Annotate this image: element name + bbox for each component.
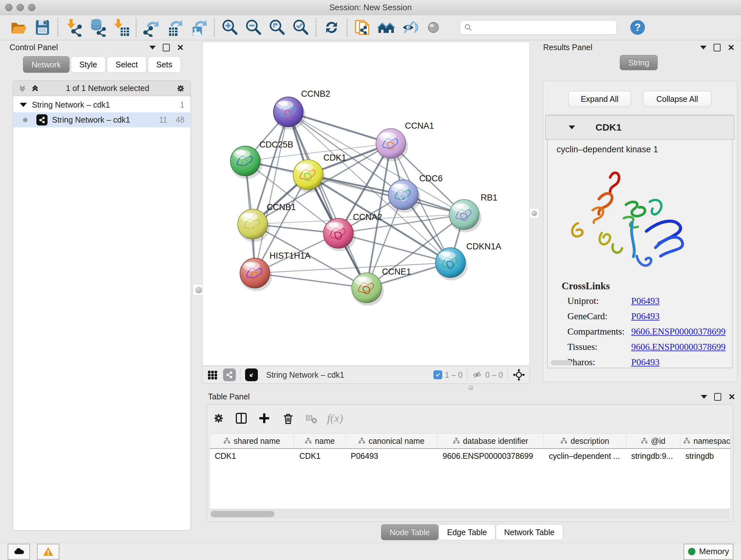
node-label-cdk1: CDK1 xyxy=(323,153,346,163)
column-header-name[interactable]: name xyxy=(294,434,346,448)
show-selected-button[interactable] xyxy=(421,17,445,38)
collapse-all-icon[interactable] xyxy=(17,84,27,93)
crosslink-link[interactable]: P06493 xyxy=(631,357,660,368)
show-columns-icon[interactable] xyxy=(234,411,249,426)
tab-edge-table[interactable]: Edge Table xyxy=(439,524,495,540)
table-settings-gear-icon[interactable] xyxy=(212,411,226,425)
close-panel-icon[interactable]: ✕ xyxy=(177,44,184,51)
expand-all-button[interactable]: Expand All xyxy=(568,91,631,107)
column-header-database-identifier[interactable]: database identifier xyxy=(437,434,544,448)
string-network-graph[interactable]: CCNB2CCNA1CDC25BCDK1CDC6RB1CCNB1CCNA2CDK… xyxy=(203,42,529,366)
network-node-ccnb1[interactable]: CCNB1 xyxy=(238,202,296,242)
network-node-ccna1[interactable]: CCNA1 xyxy=(376,121,434,161)
column-header-canonical-name[interactable]: canonical name xyxy=(346,434,437,448)
cloud-status-button[interactable] xyxy=(8,544,30,560)
network-node-cdkn1a[interactable]: CDKN1A xyxy=(435,242,501,281)
warning-status-button[interactable] xyxy=(37,544,59,560)
share-document-icon xyxy=(353,18,372,37)
results-scrollbar-thumb[interactable] xyxy=(551,360,572,365)
svg-text:?: ? xyxy=(634,21,641,33)
table-cell[interactable]: cyclin–dependent ... xyxy=(544,449,626,463)
gear-icon[interactable] xyxy=(175,83,186,94)
export-image-button[interactable] xyxy=(187,17,211,38)
table-cell[interactable]: CDK1 xyxy=(294,449,346,463)
table-scrollbar-thumb[interactable] xyxy=(211,511,274,517)
tab-string[interactable]: String xyxy=(620,55,658,70)
create-column-plus-icon[interactable] xyxy=(257,411,272,426)
network-node-ccne1[interactable]: CCNE1 xyxy=(352,267,411,306)
open-session-button[interactable] xyxy=(7,17,30,38)
tab-select[interactable]: Select xyxy=(107,56,146,73)
memory-button[interactable]: Memory xyxy=(684,544,733,560)
selected-checkbox-icon[interactable] xyxy=(433,370,442,379)
grid-view-icon[interactable] xyxy=(206,369,219,381)
network-row-selected[interactable]: String Network – cdk1 11 48 xyxy=(13,112,190,127)
panel-menu-icon[interactable] xyxy=(701,395,707,399)
network-node-rb1[interactable]: RB1 xyxy=(449,193,497,233)
tab-style[interactable]: Style xyxy=(71,56,106,73)
close-panel-icon[interactable]: ✕ xyxy=(728,44,735,51)
import-table-file-button[interactable] xyxy=(109,17,132,38)
network-view-canvas[interactable]: CCNB2CCNA1CDC25BCDK1CDC6RB1CCNB1CCNA2CDK… xyxy=(202,42,530,366)
column-header-description[interactable]: description xyxy=(544,434,626,448)
save-session-button[interactable] xyxy=(30,17,54,38)
column-header-namespace[interactable]: namespace xyxy=(680,434,731,448)
import-network-database-button[interactable] xyxy=(85,17,109,38)
tree-expand-icon[interactable] xyxy=(20,103,27,107)
tab-sets[interactable]: Sets xyxy=(148,56,181,73)
zoom-selected-button[interactable] xyxy=(289,17,313,38)
tab-network[interactable]: Network xyxy=(23,56,70,73)
network-node-ccnb2[interactable]: CCNB2 xyxy=(273,89,330,130)
help-button[interactable]: ? xyxy=(626,17,650,38)
zoom-fit-button[interactable] xyxy=(265,17,289,38)
refresh-button[interactable] xyxy=(320,17,343,38)
expand-all-icon[interactable] xyxy=(30,84,40,93)
tab-node-table[interactable]: Node Table xyxy=(381,524,439,540)
home-button[interactable] xyxy=(374,17,398,38)
table-cell[interactable]: P06493 xyxy=(346,449,437,463)
delete-column-trash-icon[interactable] xyxy=(281,411,295,425)
network-node-cdk1[interactable]: CDK1 xyxy=(293,153,346,192)
network-collection-row[interactable]: String Network – cdk1 1 xyxy=(13,98,190,112)
share-document-button[interactable] xyxy=(351,17,374,38)
section-collapse-icon[interactable] xyxy=(569,125,575,129)
crosslink-link[interactable]: 9606.ENSP00000378699 xyxy=(631,341,726,352)
crosslink-link[interactable]: P06493 xyxy=(631,296,660,306)
node-table[interactable]: shared namenamecanonical namedatabase id… xyxy=(209,433,731,509)
crosslink-row: Pharos:P06493 xyxy=(567,354,732,370)
table-cell[interactable]: 9606.ENSP00000378699 xyxy=(437,449,544,463)
protein-section-header[interactable]: CDK1 xyxy=(545,115,734,139)
export-table-button[interactable] xyxy=(163,17,187,38)
search-input[interactable] xyxy=(472,23,608,32)
table-row[interactable]: CDK1CDK1P064939606.ENSP00000378699cyclin… xyxy=(210,449,731,463)
float-panel-icon[interactable] xyxy=(714,44,721,51)
import-network-file-button[interactable] xyxy=(62,17,85,38)
float-panel-icon[interactable] xyxy=(163,44,170,51)
panel-menu-icon[interactable] xyxy=(149,46,156,50)
search-field[interactable] xyxy=(460,20,617,35)
tab-network-table[interactable]: Network Table xyxy=(495,524,563,540)
network-node-cdc25b[interactable]: CDC25B xyxy=(230,140,293,179)
zoom-in-button[interactable] xyxy=(218,17,242,38)
table-horizontal-scrollbar[interactable] xyxy=(209,509,730,519)
float-panel-icon[interactable] xyxy=(714,393,721,401)
birdseye-navigator-icon[interactable] xyxy=(512,368,526,381)
right-splitter-handle[interactable] xyxy=(529,208,539,219)
close-panel-icon[interactable]: ✕ xyxy=(728,394,735,400)
hide-selected-button[interactable] xyxy=(398,17,421,38)
column-header--id[interactable]: @id xyxy=(626,434,680,448)
results-panel: Results Panel ✕ String Expand All Collap… xyxy=(539,42,741,386)
table-cell[interactable]: CDK1 xyxy=(210,449,294,463)
crosslink-link[interactable]: P06493 xyxy=(631,311,660,321)
panel-menu-icon[interactable] xyxy=(700,46,706,50)
export-network-button[interactable] xyxy=(140,17,163,38)
open-in-new-window-icon[interactable] xyxy=(245,368,258,381)
zoom-out-button[interactable] xyxy=(242,17,265,38)
string-view-icon[interactable] xyxy=(223,368,236,381)
collapse-all-button[interactable]: Collapse All xyxy=(643,91,711,107)
export-image-icon xyxy=(190,18,208,37)
crosslink-link[interactable]: 9606.ENSP00000378699 xyxy=(631,326,726,337)
table-cell[interactable]: stringdb xyxy=(680,449,731,463)
column-header-shared-name[interactable]: shared name xyxy=(210,434,294,448)
table-cell[interactable]: stringdb:9... xyxy=(626,449,680,463)
